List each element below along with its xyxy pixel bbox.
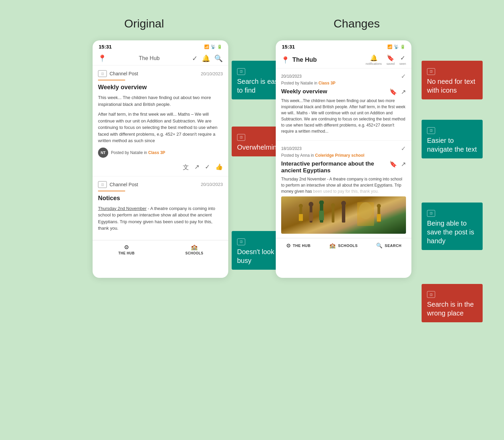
search-tab-icon-new: 🔍 (376, 243, 383, 249)
svg-point-7 (319, 200, 324, 205)
bell-icon[interactable]: 🔔 (202, 54, 210, 62)
post-new-date-1: 20/10/2023 (281, 74, 302, 79)
schools-tab-label-new: SCHOOLS (338, 244, 358, 248)
post-new-title-2: Interactive performance about the ancien… (281, 160, 386, 174)
svg-point-1 (299, 204, 303, 208)
post-body-2: Thursday 2nd November - A theatre compan… (98, 205, 223, 232)
ann-icon-7: ◫ (427, 291, 435, 298)
tab-schools-changes[interactable]: 🏫 SCHOOLS (321, 241, 366, 250)
svg-rect-8 (319, 211, 324, 220)
notifications-group: 🔔 notifications (366, 54, 382, 65)
svg-rect-17 (377, 214, 381, 222)
search-icon-original[interactable]: 🔍 (214, 54, 223, 62)
seen-label: seen (399, 62, 406, 65)
bookmark-icon-1[interactable]: 🔖 (389, 88, 397, 96)
original-header: Original (124, 17, 164, 30)
status-time-original: 15:31 (99, 44, 112, 50)
class-link-1: Class 3P (148, 150, 165, 155)
svg-point-16 (377, 204, 381, 208)
bookmark-icon-2[interactable]: 🔖 (389, 160, 397, 168)
post-type-icon-2: ◫ (98, 181, 107, 188)
svg-point-10 (331, 203, 335, 207)
changes-header: Changes (334, 17, 380, 30)
post-divider-1 (98, 80, 125, 80)
post-new-date-2: 18/10/2023 (281, 146, 302, 151)
posted-by-1: Posted by Natalie in Class 3P (111, 150, 165, 155)
seen-group: ✓ seen (399, 54, 406, 65)
tab-search-changes[interactable]: 🔍 SEARCH (366, 241, 411, 250)
original-phone: 15:31 📶 📡 🔋 📍 The Hub ✓ 🔔 🔍 (93, 40, 228, 278)
tab-schools-original[interactable]: 🏫 SCHOOLS (160, 244, 228, 255)
share-icon-2[interactable]: ↗ (401, 160, 406, 168)
post-new-seen-1: ✓ (401, 73, 406, 80)
svg-rect-2 (299, 214, 303, 221)
annotation-search-wrong: ◫ Search is in the wrong place (422, 284, 483, 323)
location-icon: 📍 (98, 54, 106, 62)
signal-icon: 📶 (204, 44, 209, 49)
wifi-icon-new: 📡 (394, 44, 399, 49)
checkmark-icon[interactable]: ✓ (205, 163, 210, 171)
tab-hub-changes[interactable]: ⊙ THE HUB (276, 241, 321, 250)
nav-bar-changes: 📍 The Hub 🔔 notifications 🔖 saved ✓ (276, 52, 411, 69)
ann-icon-4: ◫ (427, 68, 435, 75)
hub-tab-label-new: THE HUB (293, 244, 310, 248)
ann-icon-6: ◫ (427, 210, 435, 217)
saved-icon[interactable]: 🔖 (387, 54, 394, 62)
location-icon-new: 📍 (281, 56, 290, 64)
svg-point-14 (359, 202, 372, 219)
svg-point-12 (341, 201, 346, 206)
ann-icon-2: ◫ (237, 134, 245, 141)
thumbsup-icon[interactable]: 👍 (215, 163, 223, 171)
post-card-2: ◫ Channel Post 20/10/2023 Notices Thursd… (93, 176, 228, 240)
hub-tab-icon: ⊙ (124, 244, 129, 250)
seen-icon[interactable]: ✓ (400, 54, 405, 62)
post-new-title-icons-2: 🔖 ↗ (389, 160, 406, 168)
saved-group: 🔖 saved (386, 54, 394, 65)
ann-icon-5: ◫ (427, 127, 435, 134)
nav-icons-changes: 🔔 notifications 🔖 saved ✓ seen (366, 54, 406, 65)
changes-annotations: ◫ No need for text with icons ◫ Easier t… (422, 61, 483, 322)
ann-text-save-handy: Being able to save the post is handy (427, 219, 477, 245)
notifications-icon[interactable]: 🔔 (370, 54, 377, 62)
signal-icon-new: 📶 (387, 44, 392, 49)
status-icons-original: 📶 📡 🔋 (204, 44, 222, 49)
post-date-2: 20/10/2023 (201, 182, 223, 187)
status-icons-changes: 📶 📡 🔋 (387, 44, 405, 49)
wifi-icon: 📡 (211, 44, 216, 49)
post-new-body-2: Thursday 2nd November - A theatre compan… (281, 176, 406, 194)
annotation-save-handy: ◫ Being able to save the post is handy (422, 203, 483, 250)
share-icon-1[interactable]: ↗ (401, 88, 406, 96)
post-new-body-1: This week...The children have been findi… (281, 98, 406, 134)
status-time-changes: 15:31 (282, 44, 295, 50)
nav-title-original: The Hub (106, 55, 192, 61)
post-new-title-icons-1: 🔖 ↗ (389, 88, 406, 96)
svg-rect-5 (309, 212, 313, 221)
post-divider-2 (98, 191, 125, 191)
notifications-label: notifications (366, 62, 382, 65)
saved-label: saved (386, 62, 394, 65)
search-tab-label-new: SEARCH (385, 244, 401, 248)
tab-hub-original[interactable]: ⊙ THE HUB (93, 244, 160, 255)
schools-tab-label: SCHOOLS (186, 251, 203, 255)
nav-title-changes: The Hub (292, 56, 363, 63)
post-new-title-1: Weekly overview (281, 88, 386, 95)
post-body-1a: This week... The children have finding o… (98, 94, 223, 108)
svg-rect-9 (332, 207, 334, 223)
bottom-tabs-original: ⊙ THE HUB 🏫 SCHOOLS (93, 240, 228, 257)
translate-icon[interactable]: 文 (183, 163, 189, 171)
ann-icon-3: ◫ (237, 238, 245, 245)
ann-icon-1: ◫ (237, 68, 245, 75)
share-icon[interactable]: ↗ (194, 163, 199, 171)
annotation-easier-navigate: ◫ Easier to navigate the text (422, 120, 483, 158)
check-circle-icon[interactable]: ✓ (192, 54, 198, 62)
hub-tab-icon-new: ⊙ (286, 243, 291, 249)
hub-tab-label: THE HUB (118, 251, 135, 255)
ann-text-no-need: No need for text with icons (427, 77, 477, 95)
page: Original Changes 15:31 📶 📡 🔋 📍 Th (14, 14, 490, 278)
egyptian-art-svg (293, 200, 394, 231)
post-image-egyptians (281, 196, 406, 234)
post-card-1: ◫ Channel Post 20/10/2023 Weekly overvie… (93, 65, 228, 176)
ann-text-easier-navigate: Easier to navigate the text (427, 136, 477, 154)
changes-phone: 15:31 📶 📡 🔋 📍 The Hub 🔔 notifications (276, 40, 411, 278)
battery-icon-new: 🔋 (400, 44, 405, 49)
